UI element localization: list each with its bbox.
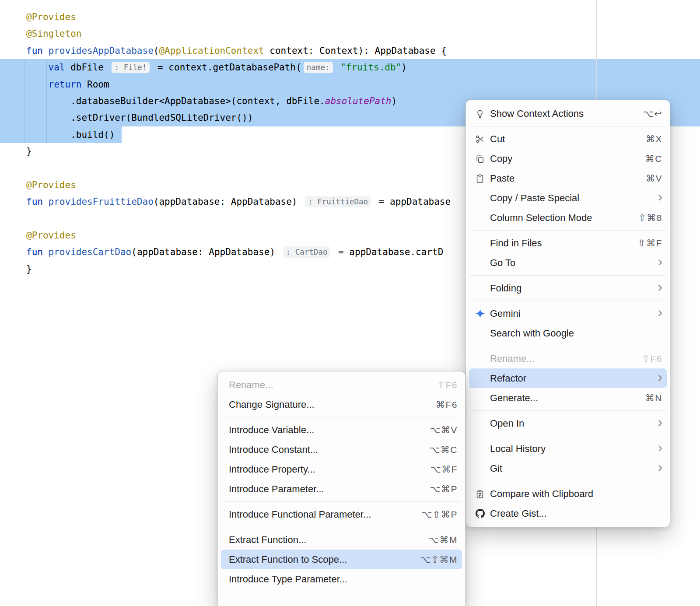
- icon-spacer: [473, 193, 486, 204]
- chevron-right-icon: ›: [658, 190, 662, 203]
- code-token: }: [26, 264, 32, 274]
- menu-separator: [470, 230, 665, 231]
- menu-item-show-context-actions[interactable]: Show Context Actions⌥↩: [469, 104, 667, 123]
- menu-item-label: Rename...: [490, 353, 634, 364]
- menu-item-label: Paste: [490, 173, 638, 184]
- code-token: [26, 79, 49, 90]
- code-token: ): [401, 62, 407, 73]
- menu-shortcut: ⌘C: [645, 154, 662, 164]
- menu-item-label: Copy: [490, 153, 637, 165]
- menu-item-rename[interactable]: Rename...⇧F6: [221, 375, 462, 395]
- menu-item-find-in-files[interactable]: Find in Files⇧⌘F: [469, 233, 667, 253]
- menu-item-label: Rename...: [229, 379, 429, 391]
- menu-item-extract-function[interactable]: Extract Function...⌥⌘M: [221, 530, 462, 550]
- code-token: @ApplicationContext: [159, 46, 264, 56]
- menu-item-label: Introduce Constant...: [229, 444, 421, 455]
- menu-shortcut: ⌥⌘V: [430, 425, 458, 435]
- chevron-right-icon: ›: [658, 370, 662, 384]
- chevron-right-icon: ›: [658, 460, 662, 474]
- menu-item-rename[interactable]: Rename...⇧F6: [469, 349, 667, 368]
- menu-shortcut: ⌥⇧⌘P: [421, 509, 458, 520]
- menu-item-label: Folding: [490, 283, 650, 294]
- menu-item-go-to[interactable]: Go To›: [469, 253, 667, 273]
- menu-item-introduce-constant[interactable]: Introduce Constant...⌥⌘C: [221, 440, 462, 459]
- code-token: .databaseBuilder<AppDatabase>(context, d…: [26, 96, 325, 106]
- menu-separator: [470, 481, 665, 481]
- code-line-text: @Provides: [0, 230, 76, 241]
- menu-item-git[interactable]: Git›: [469, 459, 667, 478]
- menu-shortcut: ⌥⌘F: [430, 464, 458, 475]
- menu-item-label: Show Context Actions: [490, 108, 635, 119]
- icon-spacer: [473, 212, 486, 224]
- code-line-text: @Singleton: [0, 28, 81, 39]
- menu-item-cut[interactable]: Cut⌘X: [469, 129, 667, 149]
- menu-shortcut: ⇧F6: [642, 354, 662, 364]
- menu-separator: [470, 346, 665, 346]
- gemini-icon: [473, 308, 486, 319]
- menu-item-introduce-property[interactable]: Introduce Property...⌥⌘F: [221, 459, 462, 479]
- menu-item-label: Change Signature...: [229, 399, 428, 410]
- code-line-text: [0, 163, 26, 174]
- menu-item-label: Extract Function to Scope...: [229, 554, 412, 565]
- menu-item-introduce-variable[interactable]: Introduce Variable...⌥⌘V: [221, 420, 462, 440]
- menu-item-compare-with-clipboard[interactable]: Compare with Clipboard: [469, 484, 667, 504]
- code-token: providesAppDatabase: [49, 46, 154, 56]
- menu-item-open-in[interactable]: Open In›: [469, 413, 667, 433]
- icon-spacer: [473, 373, 486, 384]
- menu-item-refactor[interactable]: Refactor›: [469, 368, 667, 388]
- inlay-hint: name:: [304, 62, 333, 73]
- github-icon: [473, 508, 486, 519]
- code-token: @Provides: [26, 180, 76, 190]
- menu-item-label: Open In: [490, 418, 650, 429]
- copy-icon: [473, 153, 486, 165]
- menu-item-label: Cut: [490, 133, 638, 145]
- menu-shortcut: ⇧F6: [437, 380, 458, 390]
- refactor-submenu: Rename...⇧F6Change Signature...⌘F6Introd…: [217, 371, 466, 606]
- menu-item-paste[interactable]: Paste⌘V: [469, 168, 667, 188]
- code-token: "fruits.db": [340, 62, 401, 73]
- icon-spacer: [473, 238, 486, 249]
- menu-item-gemini[interactable]: Gemini›: [469, 304, 667, 323]
- menu-item-create-gist[interactable]: Create Gist...: [469, 504, 667, 523]
- menu-shortcut: ⇧⌘8: [638, 213, 662, 223]
- menu-item-generate[interactable]: Generate...⌘N: [469, 388, 667, 408]
- menu-shortcut: ⌘X: [646, 134, 662, 144]
- menu-item-search-with-google[interactable]: Search with Google: [469, 323, 667, 343]
- code-token: fun: [26, 196, 49, 207]
- code-line-text: @Provides: [0, 12, 76, 22]
- icon-spacer: [473, 443, 486, 455]
- menu-item-column-selection-mode[interactable]: Column Selection Mode⇧⌘8: [469, 208, 667, 228]
- menu-item-extract-function-to-scope[interactable]: Extract Function to Scope...⌥⇧⌘M: [221, 550, 462, 569]
- chevron-right-icon: ›: [658, 255, 662, 268]
- menu-shortcut: ⌥⌘M: [428, 535, 458, 545]
- menu-item-label: Column Selection Mode: [490, 212, 630, 224]
- code-line: return Room: [0, 76, 700, 93]
- menu-item-copy-paste-special[interactable]: Copy / Paste Special›: [469, 188, 667, 208]
- icon-spacer: [473, 418, 486, 429]
- code-token: = appDatabase: [373, 196, 451, 207]
- code-line-text: fun providesCartDao(appDatabase: AppData…: [0, 247, 443, 257]
- menu-item-introduce-type-parameter[interactable]: Introduce Type Parameter...: [221, 569, 462, 589]
- code-token: absolutePath: [325, 96, 392, 106]
- code-token: fun: [26, 46, 49, 56]
- code-token: [26, 62, 49, 73]
- menu-item-label: Find in Files: [490, 238, 630, 249]
- code-token: ): [391, 96, 397, 106]
- code-token: val: [49, 62, 65, 73]
- menu-item-change-signature[interactable]: Change Signature...⌘F6: [221, 395, 462, 414]
- menu-separator: [470, 410, 665, 411]
- menu-item-introduce-functional-parameter[interactable]: Introduce Functional Parameter...⌥⇧⌘P: [221, 504, 462, 524]
- menu-item-folding[interactable]: Folding›: [469, 278, 667, 298]
- icon-spacer: [473, 328, 486, 339]
- menu-item-introduce-parameter[interactable]: Introduce Parameter...⌥⌘P: [221, 479, 462, 499]
- code-token: }: [26, 146, 32, 157]
- menu-shortcut: ⇧⌘F: [638, 238, 662, 249]
- chevron-right-icon: ›: [658, 280, 662, 294]
- menu-separator: [222, 527, 461, 527]
- menu-item-local-history[interactable]: Local History›: [469, 439, 667, 459]
- menu-item-label: Go To: [490, 257, 650, 269]
- code-line-text: .build(): [0, 130, 115, 140]
- menu-item-copy[interactable]: Copy⌘C: [469, 149, 667, 168]
- menu-item-label: Refactor: [490, 373, 650, 384]
- code-line: fun providesAppDatabase(@ApplicationCont…: [0, 42, 700, 59]
